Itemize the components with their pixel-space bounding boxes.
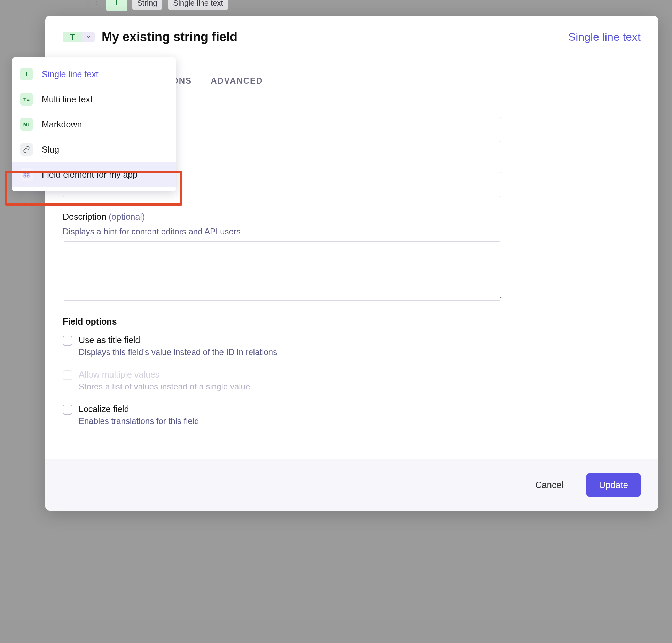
checkbox-localize[interactable] [63, 405, 72, 415]
text-type-icon: T [63, 32, 82, 42]
dropdown-item-single-line[interactable]: T Single line text [12, 62, 176, 87]
description-label: Description (optional) [63, 212, 501, 222]
field-type-label: Single line text [568, 31, 641, 44]
option-title-field[interactable]: Use as title field Displays this field's… [63, 335, 501, 357]
modal-header: T My existing string field Single line t… [45, 16, 658, 57]
option-localize[interactable]: Localize field Enables translations for … [63, 404, 501, 426]
bg-variant-tag: Single line text [168, 0, 228, 10]
cancel-button[interactable]: Cancel [523, 473, 576, 497]
modal-footer: Cancel Update [45, 459, 658, 511]
field-type-icon: T [106, 0, 127, 11]
multiline-icon: T≡ [20, 93, 33, 106]
grid-icon [20, 168, 33, 181]
field-type-dropdown: T Single line text T≡ Multi line text M↓… [12, 57, 176, 191]
description-hint: Displays a hint for content editors and … [63, 227, 501, 237]
field-title: My existing string field [102, 30, 237, 44]
checkbox-title-field[interactable] [63, 336, 72, 346]
field-options-title: Field options [63, 317, 501, 327]
field-type-selector[interactable]: T [63, 32, 95, 42]
markdown-icon: M↓ [20, 118, 33, 131]
description-input[interactable] [63, 241, 501, 301]
chevron-down-icon [82, 32, 95, 42]
svg-rect-2 [24, 175, 26, 177]
dropdown-item-markdown[interactable]: M↓ Markdown [12, 112, 176, 137]
background-field-row: ⋮⋮ T String Single line text [132, 0, 228, 10]
dropdown-item-multi-line[interactable]: T≡ Multi line text [12, 87, 176, 112]
link-icon [20, 143, 33, 156]
svg-rect-3 [27, 175, 29, 177]
update-button[interactable]: Update [586, 473, 641, 497]
checkbox-multiple-values [63, 370, 72, 380]
bg-type-tag: String [132, 0, 162, 10]
dropdown-item-custom-element[interactable]: Field element for my app [12, 162, 176, 187]
option-multiple-values: Allow multiple values Stores a list of v… [63, 370, 501, 392]
drag-handle-icon: ⋮⋮ [87, 0, 97, 7]
tab-advanced[interactable]: ADVANCED [211, 76, 263, 86]
text-type-icon: T [20, 68, 33, 80]
svg-rect-0 [24, 172, 26, 174]
svg-rect-1 [27, 172, 29, 174]
dropdown-item-slug[interactable]: Slug [12, 137, 176, 162]
